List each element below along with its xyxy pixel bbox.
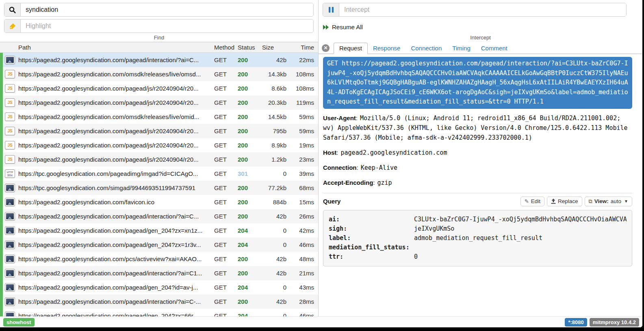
flow-row[interactable]: https://pagead2.googlesyndication.com/fa…	[3, 195, 318, 209]
query-param-row[interactable]: ttr 0	[329, 252, 627, 262]
flow-row[interactable]: https://pagead2.googlesyndication.com/pa…	[3, 309, 318, 316]
header-value: gzip	[377, 179, 392, 186]
flow-status: 200	[238, 99, 261, 106]
column-header-method[interactable]: Method	[214, 44, 238, 51]
flow-size: 20.3kb	[261, 99, 291, 106]
flow-method: GET	[214, 199, 238, 206]
flow-time: 108ms	[291, 71, 318, 78]
query-param-value: jeIXvgUKmSo	[414, 224, 627, 234]
request-header-row[interactable]: User-AgentMozilla/5.0 (Linux; Android 11…	[323, 113, 632, 143]
query-param-value: C3LUtx-baZrC0G7-IjuwP4_-xoQj5ydqmBdHvhbq…	[414, 215, 627, 224]
header-name: Host	[323, 149, 338, 156]
header-name: Connection	[323, 164, 358, 171]
flow-path: https://pagead2.googlesyndication.com/pa…	[18, 270, 214, 277]
flow-row[interactable]: https://pagead2.googlesyndication.com/pa…	[3, 280, 318, 294]
flow-method: GET	[214, 113, 238, 120]
flow-status: 200	[238, 85, 261, 92]
flow-size: 8.9kb	[261, 142, 291, 149]
request-line[interactable]: GET https://pagead2.googlesyndication.co…	[323, 57, 632, 109]
flow-type-icon	[5, 198, 15, 206]
flow-size: 14.5kb	[261, 113, 291, 120]
flow-path: https://pagead2.googlesyndication.com/pa…	[18, 85, 214, 92]
query-param-value	[414, 243, 627, 252]
flow-size: 42b	[261, 56, 291, 63]
flow-row[interactable]: https://pagead2.googlesyndication.com/pa…	[3, 223, 318, 238]
flow-row[interactable]: https://pagead2.googlesyndication.com/om…	[3, 110, 318, 124]
flow-path: https://pagead2.googlesyndication.com/pa…	[18, 312, 214, 316]
flow-row[interactable]: https://tpc.googlesyndication.com/pagead…	[3, 167, 318, 181]
detail-tab-bar: ✕ Request Response Connection Timing Com…	[319, 42, 642, 54]
flow-row[interactable]: https://pagead2.googlesyndication.com/pa…	[3, 294, 318, 309]
flow-type-icon	[5, 240, 15, 249]
query-param-value: admob_mediation_request_fill_result	[414, 234, 627, 243]
flow-time: 23ms	[291, 156, 318, 163]
column-header-status[interactable]: Status	[238, 44, 261, 51]
detail-tab[interactable]: Response	[368, 43, 406, 54]
flow-status: 200	[238, 255, 261, 262]
highlight-input[interactable]	[21, 19, 313, 32]
search-input[interactable]	[21, 3, 313, 16]
flow-row[interactable]: https://pagead2.googlesyndication.com/pc…	[3, 252, 318, 266]
flow-method: GET	[214, 170, 238, 177]
flow-size: 14.3kb	[261, 71, 291, 78]
query-param-row[interactable]: mediation_fill_status	[329, 243, 627, 252]
request-header-row[interactable]: ConnectionKeep-Alive	[323, 163, 632, 173]
find-panel-label: Find	[0, 35, 318, 41]
flow-row[interactable]: https://pagead2.googlesyndication.com/pa…	[3, 266, 318, 280]
flow-path: https://pagead2.googlesyndication.com/pc…	[18, 255, 214, 262]
flow-type-icon	[5, 269, 15, 277]
flow-size: 0	[261, 241, 291, 248]
replace-button[interactable]: Replace	[547, 197, 582, 206]
column-header-path[interactable]: Path	[18, 44, 214, 51]
query-param-row[interactable]: ai C3LUtx-baZrC0G7-IjuwP4_-xoQj5ydqmBdHv…	[329, 215, 627, 224]
flow-row[interactable]: https://pagead2.googlesyndication.com/pa…	[3, 124, 318, 138]
flow-status: 200	[238, 213, 261, 220]
flow-path: https://tpc.googlesyndication.com/pagead…	[18, 170, 214, 177]
flow-status: 204	[238, 312, 261, 316]
edit-button[interactable]: ✎ Edit	[520, 197, 544, 206]
flow-status: 200	[238, 184, 261, 191]
close-icon[interactable]: ✕	[322, 44, 330, 52]
flow-row[interactable]: https://pagead2.googlesyndication.com/pa…	[3, 95, 318, 110]
column-header-time[interactable]: Time	[291, 44, 318, 51]
request-header-row[interactable]: Hostpagead2.googlesyndication.com	[323, 148, 632, 158]
flow-row[interactable]: https://pagead2.googlesyndication.com/pa…	[3, 209, 318, 223]
flow-time: 42ms	[291, 227, 318, 234]
flow-row[interactable]: https://pagead2.googlesyndication.com/pa…	[3, 152, 318, 167]
flow-method: GET	[214, 298, 238, 305]
query-param-key: label	[329, 234, 414, 243]
flow-size: 884b	[261, 199, 291, 206]
request-header-row[interactable]: Accept-Encodinggzip	[323, 178, 632, 188]
flow-row[interactable]: https://pagead2.googlesyndication.com/pa…	[3, 81, 318, 95]
highlight-input-group	[4, 19, 314, 33]
detail-tab[interactable]: Timing	[447, 43, 475, 54]
view-mode-button[interactable]: ⧉ View: auto ▼	[585, 197, 633, 206]
query-param-key: mediation_fill_status	[329, 243, 414, 252]
flow-row[interactable]: https://pagead2.googlesyndication.com/pa…	[3, 238, 318, 252]
flow-row[interactable]: https://pagead2.googlesyndication.com/om…	[3, 67, 318, 81]
flow-status: 204	[238, 227, 261, 234]
flow-path: https://pagead2.googlesyndication.com/pa…	[18, 156, 214, 163]
flow-row[interactable]: https://pagead2.googlesyndication.com/pa…	[3, 53, 318, 67]
flow-time: 68ms	[291, 184, 318, 191]
intercept-input[interactable]	[339, 3, 626, 16]
flow-type-icon	[5, 70, 15, 78]
request-detail: GET https://pagead2.googlesyndication.co…	[319, 54, 642, 316]
flow-status: 200	[238, 270, 261, 277]
query-section: Query ✎ Edit	[323, 193, 632, 266]
flow-path: https://pagead2.googlesyndication.com/pa…	[18, 227, 214, 234]
flow-status: 200	[238, 71, 261, 78]
detail-tab[interactable]: Request	[334, 43, 368, 54]
flow-time: 15ms	[291, 199, 318, 206]
flow-row[interactable]: https://tpc.googlesyndication.com/simgad…	[3, 181, 318, 195]
flow-row[interactable]: https://pagead2.googlesyndication.com/pa…	[3, 138, 318, 152]
column-header-size[interactable]: Size	[261, 44, 291, 51]
flow-time: 19ms	[291, 142, 318, 149]
copy-icon: ⧉	[589, 198, 592, 205]
filter-bar: Find Resume All	[0, 0, 642, 42]
detail-tab[interactable]: Connection	[405, 43, 447, 54]
query-param-row[interactable]: sigh jeIXvgUKmSo	[329, 224, 627, 234]
resume-all-button[interactable]: Resume All	[323, 24, 363, 30]
query-param-row[interactable]: label admob_mediation_request_fill_resul…	[329, 234, 627, 243]
detail-tab[interactable]: Comment	[476, 43, 513, 54]
